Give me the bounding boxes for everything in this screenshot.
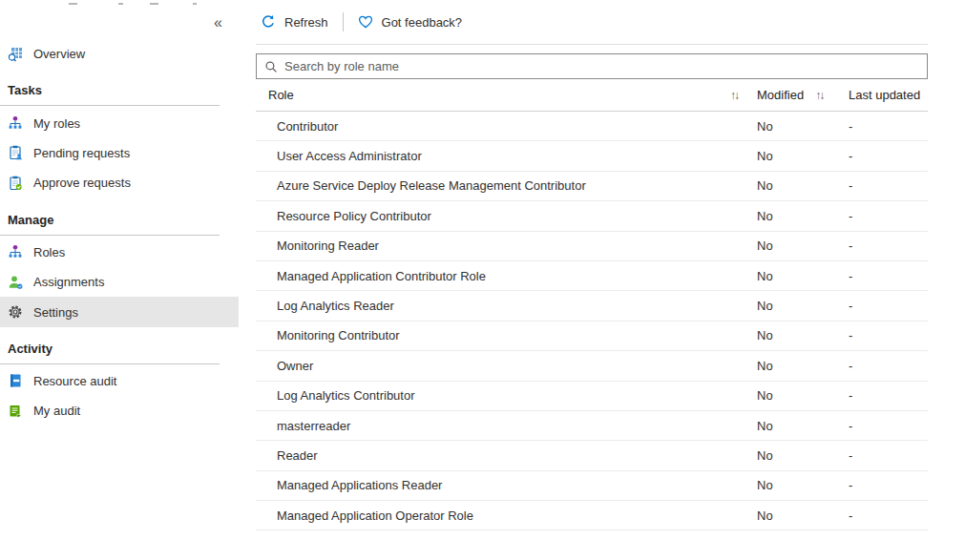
modified-cell: No bbox=[757, 448, 849, 463]
last-updated-cell: - bbox=[849, 359, 928, 373]
table-row[interactable]: Monitoring Contributor No - bbox=[256, 321, 928, 351]
sidebar-section-header: Tasks bbox=[0, 80, 239, 105]
sidebar-item-my-roles[interactable]: My roles bbox=[0, 108, 239, 137]
search-icon bbox=[264, 60, 278, 73]
roles-icon bbox=[8, 244, 23, 259]
refresh-label: Refresh bbox=[284, 15, 328, 30]
command-bar: Refresh Got feedback? bbox=[256, 0, 928, 45]
column-header-modified[interactable]: Modified ↑↓ bbox=[757, 88, 849, 102]
overview-icon bbox=[8, 47, 23, 62]
last-updated-cell: - bbox=[849, 448, 928, 463]
sidebar-item-label: Overview bbox=[33, 47, 85, 61]
role-name-cell: Log Analytics Reader bbox=[256, 299, 757, 313]
table-row[interactable]: Log Analytics Contributor No - bbox=[256, 382, 928, 411]
table-row[interactable]: Owner No - bbox=[256, 351, 928, 381]
column-header-role[interactable]: Role ↑↓ bbox=[256, 88, 757, 102]
section-divider bbox=[0, 105, 220, 106]
modified-cell: No bbox=[757, 209, 849, 223]
heart-icon bbox=[358, 14, 373, 30]
last-updated-cell: - bbox=[849, 178, 928, 193]
role-column-label: Role bbox=[268, 88, 294, 102]
table-row[interactable]: masterreader No - bbox=[256, 411, 928, 441]
role-name-cell: Managed Application Contributor Role bbox=[256, 269, 757, 283]
role-search-input[interactable] bbox=[284, 54, 919, 78]
last-updated-cell: - bbox=[849, 419, 928, 433]
last-updated-cell: - bbox=[849, 269, 928, 283]
sidebar-item-overview[interactable]: Overview bbox=[0, 39, 239, 69]
sidebar-section: Overview bbox=[0, 39, 239, 69]
sidebar-item-approve-requests[interactable]: Approve requests bbox=[0, 168, 239, 197]
modified-cell: No bbox=[757, 419, 849, 433]
last-updated-column-label: Last updated bbox=[849, 88, 920, 102]
table-row[interactable]: Managed Applications Reader No - bbox=[256, 471, 928, 501]
last-updated-cell: - bbox=[849, 388, 928, 403]
sidebar-section: Tasks My roles Pending requests Approve … bbox=[0, 80, 239, 197]
sidebar-item-resource-audit[interactable]: Resource audit bbox=[0, 366, 239, 396]
last-updated-cell: - bbox=[849, 149, 928, 163]
main-content: Refresh Got feedback? Role ↑↓ Modified ↑… bbox=[256, 0, 928, 530]
modified-cell: No bbox=[757, 149, 849, 163]
table-row[interactable]: Reader No - bbox=[256, 441, 928, 470]
table-header: Role ↑↓ Modified ↑↓ Last updated bbox=[256, 79, 928, 112]
sidebar-item-roles[interactable]: Roles bbox=[0, 238, 239, 267]
got-feedback-button[interactable]: Got feedback? bbox=[358, 14, 463, 30]
sort-icon[interactable]: ↑↓ bbox=[815, 89, 823, 102]
approve-requests-icon bbox=[8, 176, 23, 191]
modified-cell: No bbox=[757, 478, 849, 492]
modified-cell: No bbox=[757, 508, 849, 523]
column-header-last-updated[interactable]: Last updated bbox=[849, 88, 928, 102]
role-name-cell: masterreader bbox=[256, 419, 757, 433]
sidebar-section-header: Activity bbox=[0, 339, 239, 363]
section-divider bbox=[0, 363, 220, 364]
last-updated-cell: - bbox=[849, 508, 928, 523]
sidebar-item-assignments[interactable]: Assignments bbox=[0, 267, 239, 297]
sidebar-item-label: Approve requests bbox=[33, 176, 131, 190]
last-updated-cell: - bbox=[849, 478, 928, 492]
my-audit-icon bbox=[8, 404, 23, 419]
resource-audit-icon bbox=[8, 373, 23, 388]
toolbar-divider bbox=[343, 12, 344, 31]
collapse-sidebar-button[interactable]: « bbox=[214, 15, 222, 31]
refresh-icon bbox=[261, 14, 276, 30]
modified-column-label: Modified bbox=[757, 88, 804, 102]
sidebar-item-label: My audit bbox=[33, 404, 80, 418]
modified-cell: No bbox=[757, 299, 849, 313]
table-row[interactable]: Contributor No - bbox=[256, 112, 928, 141]
sidebar-item-label: Assignments bbox=[33, 275, 104, 289]
refresh-button[interactable]: Refresh bbox=[261, 14, 328, 30]
settings-icon bbox=[8, 304, 23, 320]
modified-cell: No bbox=[757, 328, 849, 342]
search-box bbox=[256, 53, 928, 79]
table-row[interactable]: Resource Policy Contributor No - bbox=[256, 201, 928, 231]
role-name-cell: Monitoring Reader bbox=[256, 239, 757, 253]
sidebar: « Overview Tasks My roles Pending reques… bbox=[0, 0, 239, 560]
sidebar-section: Activity Resource audit My audit bbox=[0, 339, 239, 426]
role-name-cell: Log Analytics Contributor bbox=[256, 388, 757, 403]
role-name-cell: Managed Application Operator Role bbox=[256, 508, 757, 523]
role-name-cell: Managed Applications Reader bbox=[256, 478, 757, 492]
modified-cell: No bbox=[757, 119, 849, 134]
modified-cell: No bbox=[757, 269, 849, 283]
assignments-icon bbox=[8, 275, 23, 290]
role-name-cell: Owner bbox=[256, 359, 757, 373]
sidebar-section-header: Manage bbox=[0, 210, 239, 235]
my-roles-icon bbox=[8, 115, 23, 131]
table-row[interactable]: User Access Administrator No - bbox=[256, 141, 928, 171]
table-row[interactable]: Managed Application Contributor Role No … bbox=[256, 261, 928, 291]
sidebar-item-pending-requests[interactable]: Pending requests bbox=[0, 138, 239, 168]
sort-icon[interactable]: ↑↓ bbox=[730, 89, 738, 102]
sidebar-section: Manage Roles Assignments Settings bbox=[0, 210, 239, 327]
table-row[interactable]: Managed Application Operator Role No - bbox=[256, 501, 928, 530]
sidebar-item-settings[interactable]: Settings bbox=[0, 297, 239, 326]
table-row[interactable]: Azure Service Deploy Release Management … bbox=[256, 172, 928, 201]
table-row[interactable]: Log Analytics Reader No - bbox=[256, 291, 928, 321]
section-divider bbox=[0, 235, 220, 236]
modified-cell: No bbox=[757, 359, 849, 373]
last-updated-cell: - bbox=[849, 209, 928, 223]
sidebar-item-my-audit[interactable]: My audit bbox=[0, 396, 239, 425]
role-name-cell: Resource Policy Contributor bbox=[256, 209, 757, 223]
sidebar-item-label: Pending requests bbox=[33, 146, 130, 160]
table-row[interactable]: Monitoring Reader No - bbox=[256, 232, 928, 261]
role-name-cell: Reader bbox=[256, 448, 757, 463]
modified-cell: No bbox=[757, 178, 849, 193]
